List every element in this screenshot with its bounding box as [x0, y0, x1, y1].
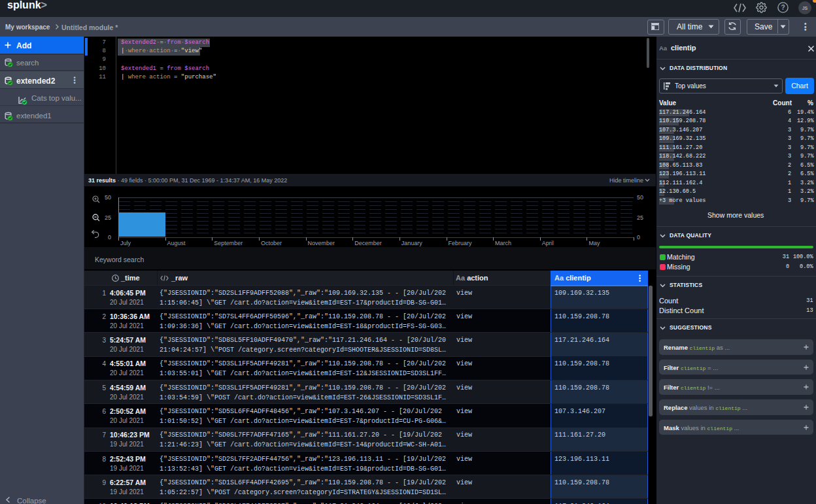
svg-text:?: ?	[781, 4, 785, 11]
